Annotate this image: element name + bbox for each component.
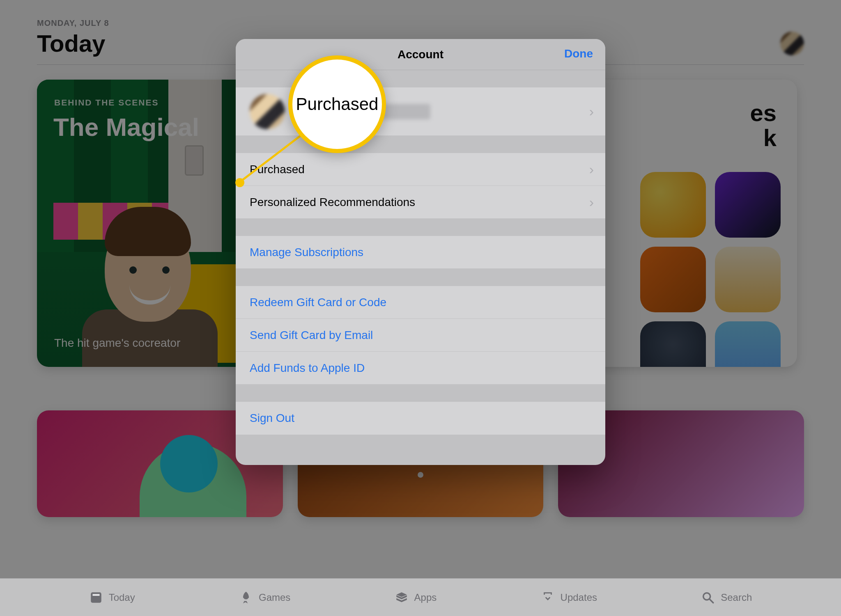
svg-rect-1 [91, 592, 101, 603]
tab-apps[interactable]: Apps [395, 591, 437, 605]
chevron-right-icon: › [589, 103, 594, 119]
rocket-icon [239, 591, 253, 605]
sheet-title: Account [398, 48, 443, 61]
tab-games-label: Games [259, 592, 290, 603]
personalized-recommendations-row[interactable]: Personalized Recommendations › [236, 186, 605, 219]
tab-bar: Today Games Apps Updates Search [0, 578, 841, 616]
add-funds-row[interactable]: Add Funds to Apple ID [236, 352, 605, 385]
purchased-row[interactable]: Purchased › [236, 153, 605, 186]
manage-subscriptions-label: Manage Subscriptions [250, 246, 363, 259]
add-funds-label: Add Funds to Apple ID [250, 362, 365, 375]
chevron-right-icon: › [589, 194, 594, 210]
chevron-right-icon: › [589, 161, 594, 177]
section-gap [236, 70, 605, 87]
svg-line-4 [710, 599, 714, 603]
section-gap [236, 219, 605, 236]
tab-today-label: Today [109, 592, 135, 603]
tab-updates[interactable]: Updates [541, 591, 597, 605]
sheet-header: Account Done [236, 39, 605, 70]
send-gift-card-row[interactable]: Send Gift Card by Email [236, 319, 605, 352]
tab-apps-label: Apps [414, 592, 437, 603]
callout-label: Purchased [296, 94, 379, 114]
section-gap [236, 136, 605, 153]
tab-search[interactable]: Search [701, 591, 752, 605]
svg-rect-2 [92, 594, 99, 595]
profile-avatar [250, 94, 285, 129]
today-icon [89, 591, 103, 605]
purchased-label: Purchased [250, 163, 305, 176]
callout-magnifier: Purchased [288, 55, 386, 153]
sign-out-label: Sign Out [250, 412, 294, 425]
tab-today[interactable]: Today [89, 591, 135, 605]
section-gap [236, 385, 605, 402]
tab-updates-label: Updates [561, 592, 597, 603]
download-icon [541, 591, 555, 605]
sign-out-row[interactable]: Sign Out [236, 402, 605, 435]
tab-search-label: Search [721, 592, 752, 603]
send-gift-label: Send Gift Card by Email [250, 329, 373, 342]
layers-icon [395, 591, 409, 605]
redeem-gift-card-row[interactable]: Redeem Gift Card or Code [236, 286, 605, 319]
callout-anchor-dot [235, 178, 244, 187]
section-gap [236, 269, 605, 286]
recommendations-label: Personalized Recommendations [250, 196, 415, 209]
manage-subscriptions-row[interactable]: Manage Subscriptions [236, 236, 605, 269]
redeem-label: Redeem Gift Card or Code [250, 296, 386, 309]
search-icon [701, 591, 715, 605]
tab-games[interactable]: Games [239, 591, 290, 605]
done-button[interactable]: Done [564, 47, 593, 60]
